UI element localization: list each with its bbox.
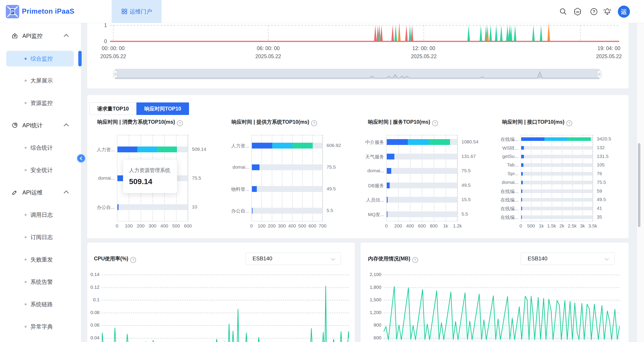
sidebar-section-1[interactable]: API统计 bbox=[0, 118, 81, 132]
search-icon[interactable] bbox=[558, 7, 568, 16]
sidebar-item-安全统计[interactable]: 安全统计 bbox=[0, 162, 81, 178]
bar-segment bbox=[252, 143, 272, 148]
bar-track bbox=[252, 164, 322, 170]
help-icon[interactable]: ? bbox=[589, 7, 598, 16]
bar-办公自...[interactable] bbox=[252, 208, 252, 214]
bar-segment bbox=[568, 137, 591, 141]
bar-value-label: 1080.54 bbox=[462, 139, 478, 144]
sidebar-section-0[interactable]: API监控 bbox=[0, 29, 81, 43]
bar-value-label: 75.5 bbox=[597, 180, 606, 185]
sidebar-item-失败重发[interactable]: 失败重发 bbox=[0, 252, 81, 267]
sidebar-item-系统链路[interactable]: 系统链路 bbox=[0, 296, 81, 312]
user-avatar[interactable]: 运 bbox=[618, 6, 630, 18]
bar-在线编...[interactable] bbox=[521, 190, 522, 193]
ops-icon bbox=[12, 189, 18, 196]
datazoom-left-handle[interactable] bbox=[113, 71, 117, 78]
tooltip-value: 509.14 bbox=[129, 177, 152, 186]
sidebar-collapse-button[interactable] bbox=[77, 154, 85, 162]
timeline-xtick-time-3: 19: 04: 00 bbox=[586, 46, 631, 52]
bar-track bbox=[387, 182, 457, 188]
bar-domai...[interactable] bbox=[252, 164, 260, 170]
cpu-instance-select[interactable]: ESB140 bbox=[246, 252, 341, 265]
bar-value-label: 41 bbox=[597, 206, 602, 211]
bar-track bbox=[387, 197, 457, 203]
timeline-datazoom-slider[interactable] bbox=[115, 69, 600, 79]
gridline bbox=[434, 135, 434, 222]
bar-办公自...[interactable] bbox=[118, 204, 118, 210]
bar-value-label: 35 bbox=[597, 214, 602, 220]
sidebar-item-异常字典[interactable]: 异常字典 bbox=[0, 319, 81, 334]
bar-DB服务[interactable] bbox=[387, 182, 390, 188]
bar-segment bbox=[521, 163, 524, 167]
bar-value-label: 76 bbox=[597, 171, 602, 176]
bar-domai...[interactable] bbox=[387, 168, 391, 174]
timeline-xtick-date-1: 2025.05.22 bbox=[246, 54, 290, 60]
sidebar-item-label: 订阅日志 bbox=[30, 234, 53, 241]
bar-物料管...[interactable] bbox=[252, 186, 257, 192]
bar-segment bbox=[521, 207, 522, 210]
chevron-up-icon bbox=[64, 190, 69, 196]
sidebar-item-综合统计[interactable]: 综合统计 bbox=[0, 140, 81, 156]
bar-Spr...[interactable] bbox=[521, 172, 523, 176]
bar-category-label: Spr... bbox=[483, 171, 518, 176]
sidebar-item-大屏展示[interactable]: 大屏展示 bbox=[0, 73, 81, 88]
bar-在线编...[interactable] bbox=[521, 198, 522, 202]
sidebar-item-label: 安全统计 bbox=[30, 166, 53, 174]
bar-天气服务[interactable] bbox=[387, 154, 394, 160]
bar-xtick-700: 700 bbox=[312, 223, 333, 228]
bar-track bbox=[521, 216, 592, 219]
tab-response-top10[interactable]: 响应时间TOP10 bbox=[136, 102, 189, 115]
bar-value-label: 3420.5 bbox=[597, 136, 611, 142]
bar-segment bbox=[521, 146, 524, 150]
notification-bell-icon[interactable] bbox=[602, 7, 612, 16]
bar-中介服务[interactable] bbox=[387, 139, 450, 145]
cpu-help-icon[interactable]: ? bbox=[130, 257, 136, 263]
sidebar-item-系统告警[interactable]: 系统告警 bbox=[0, 274, 81, 290]
tab-ops-portal[interactable]: 运维门户 bbox=[112, 0, 162, 23]
sidebar-item-资源监控[interactable]: 资源监控 bbox=[0, 95, 81, 111]
bar-xtick-600: 600 bbox=[178, 223, 198, 228]
bar-人力资...[interactable] bbox=[118, 146, 177, 152]
bar-在线编...[interactable] bbox=[521, 137, 591, 141]
sidebar-item-label: 系统链路 bbox=[30, 300, 53, 308]
bullet-dot-icon bbox=[24, 281, 26, 283]
bar-track bbox=[387, 154, 457, 160]
bar-Tab...[interactable] bbox=[521, 163, 524, 167]
memory-help-icon[interactable]: ? bbox=[412, 257, 418, 263]
ai-assistant-icon[interactable]: AI bbox=[573, 7, 582, 16]
bar-segment bbox=[521, 172, 523, 176]
bar-value-label: 606.92 bbox=[326, 143, 341, 148]
page-scrollbar-thumb[interactable] bbox=[638, 143, 640, 227]
pie-icon bbox=[12, 122, 18, 128]
gridline bbox=[188, 135, 188, 222]
bar-value-label: 49.5 bbox=[597, 197, 606, 202]
bar-value-label: 105 bbox=[597, 162, 605, 168]
bar-track bbox=[521, 163, 592, 167]
memory-instance-select[interactable]: ESB140 bbox=[521, 252, 615, 265]
bar-segment bbox=[544, 137, 568, 141]
bar-category-label: 人力资... bbox=[214, 143, 249, 149]
line-ytick-1,800: 1,800 bbox=[364, 284, 382, 290]
bar-value-label: 75.5 bbox=[192, 175, 201, 181]
line-ytick-0.08: 0.08 bbox=[82, 310, 100, 315]
sidebar: API监控综合监控大屏展示资源监控API统计综合统计安全统计API运维调用日志订… bbox=[0, 23, 81, 342]
bar-segment bbox=[292, 143, 313, 148]
bar-MQ发...[interactable] bbox=[387, 211, 388, 217]
bar-在线编...[interactable] bbox=[521, 207, 522, 210]
bar-在线编...[interactable] bbox=[521, 216, 522, 219]
bar-WS转...[interactable] bbox=[521, 146, 524, 150]
apps-grid-icon bbox=[121, 8, 128, 14]
bar-domai...[interactable] bbox=[521, 181, 523, 184]
sidebar-item-调用日志[interactable]: 调用日志 bbox=[0, 207, 81, 222]
bar-人力资...[interactable] bbox=[252, 143, 313, 148]
datazoom-right-handle[interactable] bbox=[597, 71, 601, 78]
bar-人员信...[interactable] bbox=[387, 197, 388, 203]
bar-chart-title-service-top10: 响应时间 | 服务TOP10(ms)? bbox=[368, 118, 438, 125]
tab-request-top10[interactable]: 请求量TOP10 bbox=[90, 102, 136, 115]
sidebar-item-订阅日志[interactable]: 订阅日志 bbox=[0, 229, 81, 245]
bar-track bbox=[387, 211, 457, 217]
sidebar-section-2[interactable]: API运维 bbox=[0, 185, 81, 200]
sidebar-item-综合监控[interactable]: 综合监控 bbox=[0, 51, 81, 66]
bar-category-label: WS转... bbox=[483, 145, 518, 151]
bar-getSu...[interactable] bbox=[521, 155, 524, 158]
